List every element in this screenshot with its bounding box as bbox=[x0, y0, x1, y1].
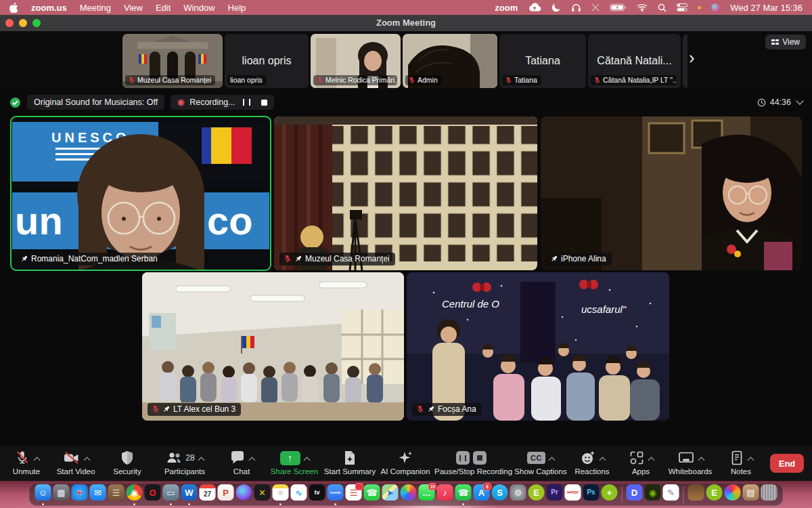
video-tile-muzeul-casa-romantei[interactable]: Muzeul Casa Romanței bbox=[274, 117, 537, 270]
battery-charging-icon[interactable] bbox=[610, 3, 627, 12]
dock-icon-finder[interactable]: ☺ bbox=[35, 484, 52, 505]
chevron-up-icon[interactable] bbox=[303, 457, 310, 463]
thumbnail-melnic-rodica[interactable]: Melnic Rodica Primări... bbox=[311, 34, 401, 88]
chat-button[interactable]: Chat bbox=[222, 450, 261, 475]
dock-icon-ilovepdf[interactable]: I♥PDF bbox=[564, 484, 582, 505]
dock-icon-chrome[interactable]: ◉ bbox=[126, 484, 143, 505]
dock-icon-premiere[interactable]: Pr bbox=[546, 484, 564, 505]
menu-zoom-us[interactable]: zoom.us bbox=[31, 3, 67, 13]
cloud-upload-icon[interactable] bbox=[528, 3, 541, 12]
unmute-button[interactable]: Unmute bbox=[3, 450, 49, 475]
dock-icon-safari[interactable]: ✦ bbox=[71, 484, 89, 505]
dock-icon-mail[interactable]: ✉ bbox=[89, 484, 107, 505]
pause-stop-recording-button[interactable]: Pause/Stop Recording bbox=[434, 450, 508, 475]
dock-icon-music[interactable]: ♪ bbox=[436, 484, 454, 505]
dock-icon-word[interactable]: W bbox=[181, 484, 198, 505]
dock-icon-trash[interactable] bbox=[761, 484, 778, 505]
meeting-timer[interactable]: 44:36 bbox=[757, 95, 803, 110]
dock-icon-photos[interactable] bbox=[400, 484, 418, 505]
view-button[interactable]: View bbox=[765, 35, 806, 49]
end-meeting-button[interactable]: End bbox=[770, 454, 804, 473]
participants-button[interactable]: 28 Participants bbox=[154, 450, 215, 475]
dock-icon-freeform[interactable]: ∿ bbox=[290, 484, 308, 505]
dock-icon-textedit[interactable]: ✎ bbox=[662, 484, 680, 505]
dock-icon-skype[interactable]: S bbox=[491, 484, 509, 505]
dock-icon-contacts[interactable]: ☰ bbox=[108, 484, 125, 505]
spotlight-search-icon[interactable] bbox=[658, 3, 667, 12]
dock-icon-app-store[interactable]: A6 bbox=[473, 484, 491, 505]
start-video-button[interactable]: Start Video bbox=[51, 450, 100, 475]
do-not-disturb-moon-icon[interactable] bbox=[551, 3, 561, 12]
chevron-up-icon[interactable] bbox=[248, 457, 255, 463]
dock-icon-calendar[interactable]: 27 bbox=[199, 484, 217, 505]
video-tile-iphone-alina[interactable]: iPhone Alina bbox=[541, 117, 802, 270]
chevron-up-icon[interactable] bbox=[33, 457, 40, 463]
dock-icon-reminders[interactable]: ☰ bbox=[345, 484, 363, 505]
chevron-down-icon[interactable] bbox=[796, 97, 803, 104]
dock-icon-maps[interactable]: ➤ bbox=[382, 484, 399, 505]
video-tile-romania-natcom[interactable]: UNESCO un co Romania_NatCom_madlen Serba… bbox=[11, 117, 271, 270]
menu-help[interactable]: Help bbox=[228, 3, 246, 13]
thumbnail-lioan-opris[interactable]: lioan opris lioan opris bbox=[225, 34, 309, 88]
menu-view[interactable]: View bbox=[124, 3, 143, 13]
menubar-clock[interactable]: Wed 27 Mar 15:36 bbox=[730, 3, 803, 13]
thumbnail-admin[interactable]: Admin bbox=[403, 34, 497, 88]
ai-companion-button[interactable]: AI Companion bbox=[378, 450, 433, 475]
apps-button[interactable]: Apps bbox=[620, 450, 662, 475]
menu-meeting[interactable]: Meeting bbox=[80, 3, 111, 13]
dock-icon-siri[interactable] bbox=[235, 484, 253, 505]
wifi-icon[interactable] bbox=[637, 3, 648, 12]
share-screen-button[interactable]: ↑ Share Screen bbox=[265, 450, 323, 475]
menu-edit[interactable]: Edit bbox=[156, 3, 171, 13]
chevron-up-icon[interactable] bbox=[747, 457, 754, 463]
dock-icon-green-cloud-2[interactable]: E bbox=[706, 484, 723, 505]
dock-icon-photoshop[interactable]: Ps bbox=[583, 484, 600, 505]
apple-menu-icon[interactable] bbox=[9, 3, 18, 13]
original-sound-pill[interactable]: Original Sound for Musicians: Off bbox=[27, 95, 164, 110]
whiteboards-button[interactable]: Whiteboards bbox=[662, 450, 719, 475]
thumbnail-tatiana[interactable]: Tatiana Tatiana bbox=[499, 34, 586, 88]
stop-recording-icon[interactable] bbox=[261, 100, 267, 106]
control-center-icon[interactable] bbox=[677, 3, 687, 12]
zoom-status-label[interactable]: zoom bbox=[495, 3, 518, 13]
chevron-up-icon[interactable] bbox=[648, 457, 654, 463]
dock-icon-zoom[interactable]: zoom bbox=[327, 484, 344, 505]
thumbnail-muzeul-casa-romantei[interactable]: Muzeul Casa Romanței bbox=[122, 34, 223, 88]
dock-icon-opera[interactable]: O bbox=[144, 484, 162, 505]
notes-button[interactable]: Notes bbox=[720, 450, 762, 475]
dock-icon-green-cloud[interactable]: + bbox=[601, 484, 618, 505]
dock-icon-facetime[interactable]: ☎ bbox=[363, 484, 381, 505]
chevron-up-icon[interactable] bbox=[83, 457, 90, 463]
chevron-up-icon[interactable] bbox=[198, 457, 204, 463]
dock-icon-launchpad[interactable]: ▦ bbox=[53, 484, 70, 505]
dock-icon-notes[interactable]: ≡ bbox=[272, 484, 290, 505]
dock-icon-powerpoint[interactable]: P bbox=[217, 484, 235, 505]
dock-icon-settings[interactable]: ⚙ bbox=[510, 484, 527, 505]
x-status-icon[interactable] bbox=[591, 3, 600, 12]
menu-window[interactable]: Window bbox=[183, 3, 215, 13]
headphones-icon[interactable] bbox=[571, 3, 581, 12]
dock-icon-photo-folder[interactable] bbox=[687, 484, 705, 505]
dock-icon-geforce[interactable]: ◉ bbox=[644, 484, 662, 505]
dock-icon-screenshot-preview[interactable]: ▭ bbox=[162, 484, 180, 505]
dock-icon-hazard-x[interactable]: ✕ bbox=[254, 484, 271, 505]
dock-icon-messages[interactable]: …19 bbox=[418, 484, 436, 505]
dock-icon-adobe-cc[interactable] bbox=[724, 484, 742, 505]
chevron-up-icon[interactable] bbox=[698, 457, 704, 463]
start-summary-button[interactable]: Start Summary bbox=[322, 450, 378, 475]
pause-recording-icon[interactable] bbox=[456, 451, 470, 465]
security-button[interactable]: Security bbox=[106, 450, 149, 475]
filmstrip-next-chevron[interactable]: › bbox=[689, 49, 695, 66]
video-tile-focsa-ana[interactable]: Centrul de O ucsafarul" Focșa Ana bbox=[407, 272, 669, 421]
video-tile-lt-alex-cel-bun[interactable]: LT Alex cel Bun 3 bbox=[142, 272, 404, 421]
show-captions-button[interactable]: CC Show Captions bbox=[510, 450, 571, 475]
chevron-up-icon[interactable] bbox=[599, 457, 606, 463]
dock-icon-green-drive[interactable]: E bbox=[528, 484, 545, 505]
chevron-up-icon[interactable] bbox=[549, 457, 556, 463]
siri-icon[interactable] bbox=[711, 3, 720, 12]
dock-icon-document[interactable]: ▤ bbox=[742, 484, 760, 505]
dock-icon-discord[interactable]: D bbox=[626, 484, 644, 505]
dock-icon-whatsapp[interactable]: ☎ bbox=[455, 484, 472, 505]
dock-icon-apple-tv[interactable]: tv bbox=[309, 484, 326, 505]
pause-recording-icon[interactable] bbox=[243, 99, 250, 106]
